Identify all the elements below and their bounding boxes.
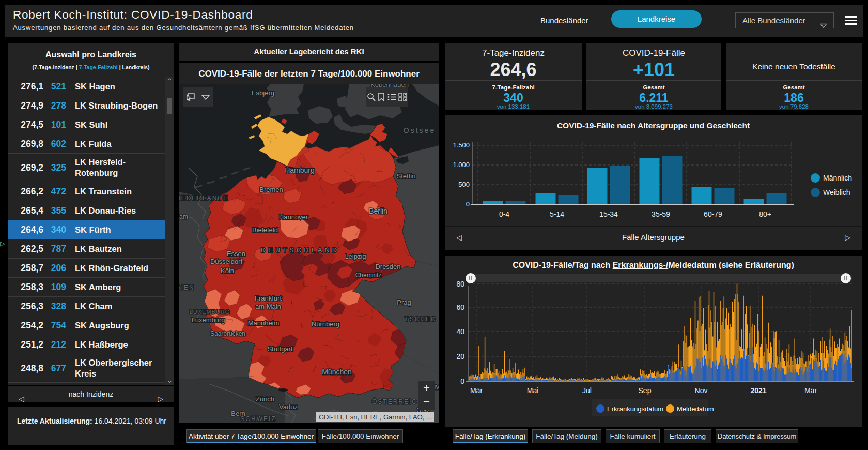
svg-text:0-4: 0-4 bbox=[499, 210, 509, 218]
svg-text:0: 0 bbox=[460, 377, 464, 385]
svg-text:Nürnberg: Nürnberg bbox=[312, 320, 339, 328]
svg-text:DEUTSCHLAND: DEUTSCHLAND bbox=[261, 246, 340, 254]
svg-text:1.000: 1.000 bbox=[453, 161, 470, 169]
svg-text:TSCHEC: TSCHEC bbox=[405, 316, 436, 323]
svg-text:Mär: Mär bbox=[470, 386, 483, 395]
svg-text:60: 60 bbox=[456, 303, 464, 311]
svg-text:Frankfurt: Frankfurt bbox=[255, 294, 282, 302]
svg-text:Mär: Mär bbox=[804, 386, 817, 395]
svg-text:Stuttgart: Stuttgart bbox=[267, 345, 293, 353]
svg-text:Sep: Sep bbox=[639, 386, 652, 395]
svg-text:Chemnitz: Chemnitz bbox=[355, 272, 382, 279]
svg-text:Bremen: Bremen bbox=[259, 186, 283, 193]
svg-text:Köln: Köln bbox=[221, 267, 234, 275]
svg-text:1.500: 1.500 bbox=[453, 141, 470, 149]
svg-text:Jul: Jul bbox=[582, 386, 592, 395]
svg-text:GIEN: GIEN bbox=[179, 284, 195, 291]
svg-text:Hannover: Hannover bbox=[279, 213, 308, 221]
svg-text:20: 20 bbox=[456, 352, 464, 361]
svg-text:15-34: 15-34 bbox=[599, 210, 618, 218]
svg-text:Mannheim: Mannheim bbox=[248, 319, 280, 327]
svg-text:Männlich: Männlich bbox=[823, 174, 852, 182]
svg-text:Nov: Nov bbox=[695, 386, 708, 395]
svg-text:München: München bbox=[322, 368, 352, 376]
svg-text:Meldedatum: Meldedatum bbox=[677, 405, 714, 413]
svg-text:Weiblich: Weiblich bbox=[823, 188, 850, 197]
svg-text:Stettin: Stettin bbox=[397, 172, 416, 180]
svg-text:NEDERLANDE: NEDERLANDE bbox=[179, 194, 228, 202]
svg-text:500: 500 bbox=[458, 181, 470, 188]
svg-text:Dresden: Dresden bbox=[375, 263, 400, 271]
svg-text:Essen: Essen bbox=[227, 250, 245, 258]
svg-text:80: 80 bbox=[456, 280, 464, 288]
svg-text:Mai: Mai bbox=[527, 386, 539, 395]
svg-text:M: M bbox=[435, 383, 439, 391]
svg-text:Saarbrücken: Saarbrücken bbox=[210, 330, 245, 337]
svg-text:0: 0 bbox=[466, 200, 470, 208]
svg-text:Düsseldorf: Düsseldorf bbox=[210, 258, 243, 265]
svg-text:35-59: 35-59 bbox=[652, 210, 670, 218]
svg-text:Luxemburg: Luxemburg bbox=[191, 316, 225, 324]
svg-text:Leipzig: Leipzig bbox=[345, 252, 366, 260]
svg-text:ÖSTERREIC: ÖSTERREIC bbox=[372, 398, 417, 406]
svg-text:Prag: Prag bbox=[397, 298, 411, 306]
svg-text:Erkrankungsdatum: Erkrankungsdatum bbox=[607, 405, 663, 413]
svg-text:60-79: 60-79 bbox=[704, 210, 722, 218]
svg-text:2021: 2021 bbox=[750, 386, 766, 395]
svg-text:Ostsee: Ostsee bbox=[404, 126, 436, 134]
svg-text:Esbjerg: Esbjerg bbox=[252, 89, 274, 97]
svg-text:5-14: 5-14 bbox=[550, 210, 564, 218]
svg-text:Vaduz: Vaduz bbox=[279, 403, 298, 411]
svg-text:Bielefeld: Bielefeld bbox=[252, 226, 278, 234]
svg-text:LUXEMBURG: LUXEMBURG bbox=[190, 309, 230, 315]
svg-text:SCHWEIZ: SCHWEIZ bbox=[240, 415, 276, 423]
svg-text:rdam: rdam bbox=[179, 213, 188, 220]
svg-text:40: 40 bbox=[456, 327, 464, 336]
svg-text:80+: 80+ bbox=[759, 210, 771, 218]
svg-text:Zürich: Zürich bbox=[256, 395, 274, 403]
svg-text:Berlin: Berlin bbox=[369, 207, 388, 215]
svg-text:Hamburg: Hamburg bbox=[285, 166, 315, 174]
svg-text:am Main: am Main bbox=[255, 303, 281, 310]
